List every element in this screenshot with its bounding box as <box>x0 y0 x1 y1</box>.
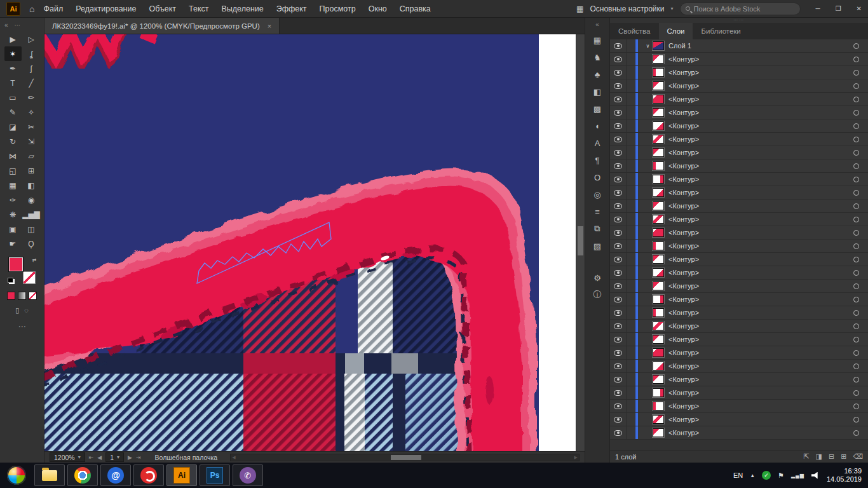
visibility-cell[interactable] <box>610 173 627 186</box>
layer-row[interactable]: <Контур> <box>610 413 868 426</box>
layer-row[interactable]: <Контур> <box>610 106 868 119</box>
visibility-cell[interactable] <box>610 79 627 92</box>
width-tool[interactable]: ⋈ <box>4 149 22 163</box>
workspace-label[interactable]: Основные настройки <box>590 4 664 13</box>
column-graph-tool[interactable]: ▂▅▇ <box>23 207 40 222</box>
menu-item[interactable]: Окно <box>369 4 387 13</box>
expand-panels-icon[interactable]: « <box>595 21 599 28</box>
lock-cell[interactable] <box>627 133 635 146</box>
mesh-tool[interactable]: ▦ <box>4 178 22 193</box>
horizontal-scrollbar[interactable]: ◀ ▶ <box>230 454 580 461</box>
layer-row[interactable]: <Контур> <box>610 186 868 200</box>
red-swirl-app[interactable] <box>133 464 164 486</box>
lock-cell[interactable] <box>627 293 635 306</box>
layer-row[interactable]: <Контур> <box>610 146 868 159</box>
menu-item[interactable]: Эффект <box>276 4 307 13</box>
clipping-mask-icon[interactable]: ◨ <box>816 452 822 461</box>
target-circle-icon[interactable] <box>853 310 859 316</box>
lock-cell[interactable] <box>627 306 635 319</box>
target-circle-icon[interactable] <box>853 70 859 76</box>
layer-row[interactable]: <Контур> <box>610 213 868 226</box>
target-circle-icon[interactable] <box>853 363 859 369</box>
workspace-caret-icon[interactable]: ▾ <box>671 6 674 11</box>
paintbrush-tool[interactable]: ✏ <box>23 90 40 105</box>
close-tab-icon[interactable]: × <box>268 22 271 30</box>
gradient-tool[interactable]: ◧ <box>23 178 40 193</box>
target-circle-icon[interactable] <box>853 110 859 116</box>
eraser-tool[interactable]: ◪ <box>4 119 22 134</box>
pen-tool[interactable]: ✒ <box>4 61 22 76</box>
new-sublayer-icon[interactable]: ⊟ <box>829 452 834 461</box>
lock-cell[interactable] <box>627 346 635 359</box>
swap-fill-stroke-icon[interactable]: ⇄ <box>32 257 37 263</box>
symbols-panel-icon[interactable]: ♞ <box>589 50 606 65</box>
vertical-scrollbar-thumb[interactable] <box>578 226 583 255</box>
rotate-tool[interactable]: ↻ <box>4 134 22 149</box>
search-input[interactable] <box>694 5 795 13</box>
layer-row[interactable]: <Контур> <box>610 79 868 93</box>
layer-row[interactable]: <Контур> <box>610 306 868 320</box>
viber-app[interactable]: ✆ <box>233 464 263 486</box>
lock-cell[interactable] <box>627 413 635 426</box>
layer-row[interactable]: <Контур> <box>610 266 868 280</box>
menu-item[interactable]: Текст <box>189 4 208 13</box>
layer-row[interactable]: <Контур> <box>610 93 868 106</box>
visibility-cell[interactable] <box>610 333 627 346</box>
target-circle-icon[interactable] <box>853 430 859 436</box>
info-panel-icon[interactable]: ⓘ <box>589 287 606 302</box>
first-artboard-icon[interactable]: ⇤ <box>89 454 94 461</box>
visibility-cell[interactable] <box>610 360 627 372</box>
free-transform-tool[interactable]: ▱ <box>23 149 40 163</box>
lock-cell[interactable] <box>627 426 635 439</box>
visibility-cell[interactable] <box>610 186 627 199</box>
panel-tab[interactable]: Библиотеки <box>693 23 749 39</box>
lock-cell[interactable] <box>627 173 635 186</box>
lock-cell[interactable] <box>627 39 635 52</box>
clock[interactable]: 16:39 14.05.2019 <box>827 467 862 484</box>
line-segment-tool[interactable]: ╱ <box>23 76 40 90</box>
dock-grip[interactable]: ⋯⋯ <box>610 18 868 23</box>
pathfinder-panel-icon[interactable]: ⧉ <box>589 221 606 236</box>
visibility-cell[interactable] <box>610 226 627 239</box>
prev-artboard-icon[interactable]: ◀ <box>97 454 102 461</box>
visibility-cell[interactable] <box>610 146 627 159</box>
target-circle-icon[interactable] <box>853 337 859 342</box>
target-circle-icon[interactable] <box>853 177 859 182</box>
network-icon[interactable]: ▂▄▆ <box>791 473 804 478</box>
layer-row[interactable]: <Контур> <box>610 333 868 346</box>
lock-cell[interactable] <box>627 93 635 105</box>
default-fill-stroke-icon[interactable] <box>8 278 13 283</box>
pencil-tool[interactable]: ✎ <box>4 105 22 119</box>
layer-row[interactable]: <Контур> <box>610 200 868 213</box>
lock-cell[interactable] <box>627 66 635 79</box>
target-circle-icon[interactable] <box>853 217 859 222</box>
horizontal-scrollbar-thumb[interactable] <box>391 455 421 460</box>
layer-row[interactable]: <Контур> <box>610 293 868 306</box>
lock-cell[interactable] <box>627 79 635 92</box>
layer-row[interactable]: <Контур> <box>610 53 868 66</box>
lock-cell[interactable] <box>627 53 635 65</box>
menu-item[interactable]: Справка <box>400 4 431 13</box>
screen-mode[interactable]: ◌ <box>24 306 29 315</box>
scroll-left-icon[interactable]: ◀ <box>232 455 235 460</box>
character-panel-icon[interactable]: A <box>589 135 606 151</box>
target-circle-icon[interactable] <box>853 137 859 142</box>
visibility-cell[interactable] <box>610 93 627 105</box>
menu-item[interactable]: Выделение <box>222 4 264 13</box>
panel-tab[interactable]: Слои <box>659 23 693 39</box>
blend-tool[interactable]: ◉ <box>23 193 40 207</box>
visibility-cell[interactable] <box>610 320 627 332</box>
layer-row[interactable]: <Контур> <box>610 346 868 360</box>
lock-cell[interactable] <box>627 253 635 266</box>
layer-row[interactable]: <Контур> <box>610 386 868 400</box>
lock-cell[interactable] <box>627 280 635 292</box>
visibility-cell[interactable] <box>610 253 627 266</box>
visibility-cell[interactable] <box>610 346 627 359</box>
curvature-tool[interactable]: ʃ <box>23 61 40 76</box>
shaper-tool[interactable]: ✧ <box>23 105 40 119</box>
opentype-panel-icon[interactable]: O <box>589 170 606 185</box>
scroll-right-icon[interactable]: ▶ <box>574 455 578 460</box>
collapse-panel-icon[interactable]: « <box>4 22 8 29</box>
layer-row[interactable]: <Контур> <box>610 280 868 293</box>
target-circle-icon[interactable] <box>853 257 859 262</box>
